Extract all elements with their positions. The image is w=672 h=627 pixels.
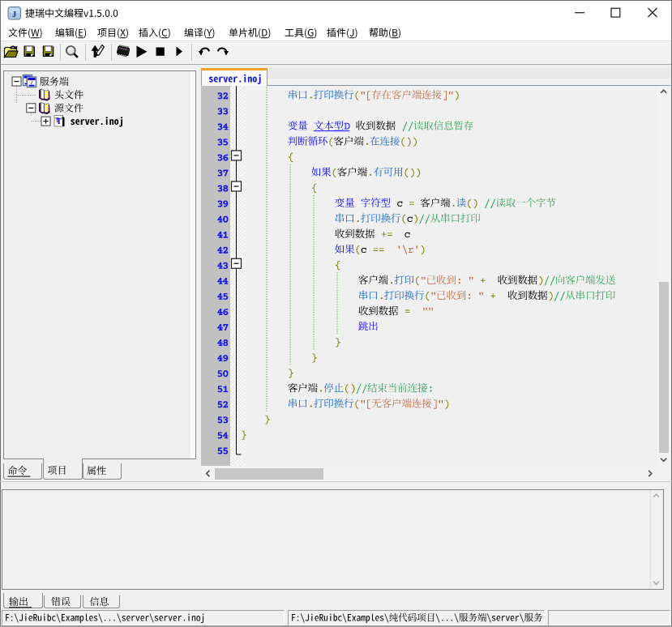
svg-text:7: 7 — [30, 79, 33, 86]
svg-text:J: J — [12, 10, 16, 19]
svg-text:T: T — [56, 117, 62, 126]
